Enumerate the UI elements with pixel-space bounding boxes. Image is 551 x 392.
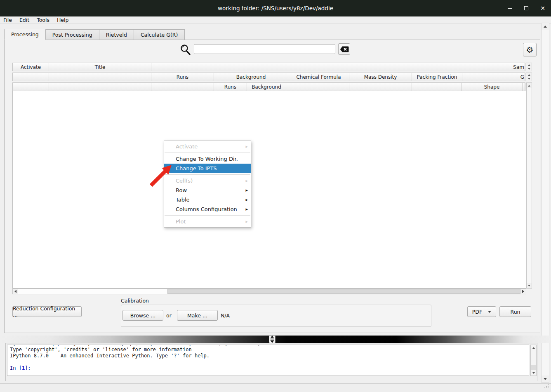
header-shape[interactable]: Shape <box>462 83 523 91</box>
menu-help[interactable]: Help <box>57 17 73 23</box>
context-item-row[interactable]: Row ▸ <box>164 185 251 195</box>
pdf-combobox-value: PDF <box>472 309 482 315</box>
menu-item-label: Change To Working Dir. <box>176 156 238 162</box>
submenu-arrow-icon: ▸ <box>245 207 248 212</box>
header-empty[interactable] <box>349 83 412 91</box>
down-arrow-icon <box>528 285 530 286</box>
menu-separator <box>165 153 250 153</box>
table-horizontal-scrollbar[interactable] <box>12 289 526 294</box>
up-arrow-icon <box>544 26 547 28</box>
header-empty[interactable] <box>13 83 49 91</box>
console-text: Python 3.10.8 | packaged by conda-forge … <box>10 345 260 371</box>
header-empty[interactable] <box>49 83 151 91</box>
header-background[interactable]: Background <box>247 83 286 91</box>
context-item-plot[interactable]: Plot ▸ <box>164 217 251 226</box>
header-empty[interactable] <box>412 83 462 91</box>
resize-grip[interactable] <box>544 383 549 391</box>
scroll-right-button[interactable] <box>520 289 526 294</box>
header-empty[interactable] <box>286 83 349 91</box>
scroll-down-button[interactable] <box>531 370 536 376</box>
context-item-activate[interactable]: Activate ▸ <box>164 142 251 151</box>
scroll-down-button[interactable] <box>527 283 532 288</box>
splitter-handle-icon <box>270 335 275 343</box>
up-arrow-icon <box>528 64 530 66</box>
left-arrow-icon <box>14 290 16 293</box>
header-g-clipped[interactable]: G <box>462 73 525 81</box>
context-item-change-to-ipts[interactable]: Change To IPTS <box>164 164 251 173</box>
minimize-button[interactable] <box>506 5 513 12</box>
tab-calculate-gr[interactable]: Calculate G(R) <box>134 29 185 40</box>
header-packing-fraction[interactable]: Packing Fraction <box>412 73 462 81</box>
mini-down-button[interactable] <box>526 67 532 71</box>
make-button[interactable]: Make ... <box>177 310 218 321</box>
menu-bar: File Edit Tools Help <box>0 16 551 24</box>
scroll-up-button[interactable] <box>531 345 536 350</box>
up-arrow-icon <box>528 74 530 76</box>
table-vertical-scrollbar[interactable] <box>526 82 532 289</box>
tab-processing[interactable]: Processing <box>4 29 46 40</box>
ipython-console-frame: Python 3.10.8 | packaged by conda-forge … <box>5 343 537 381</box>
header-empty[interactable] <box>49 73 151 81</box>
context-item-table[interactable]: Table ▸ <box>164 195 251 204</box>
header-runs[interactable]: Runs <box>214 83 247 91</box>
menu-item-label: Columns Configuration <box>176 206 237 212</box>
context-item-change-to-working-dir[interactable]: Change To Working Dir. <box>164 154 251 164</box>
header-empty[interactable] <box>523 83 525 91</box>
header-empty[interactable] <box>151 83 214 91</box>
console-scroll-thumb[interactable] <box>531 365 536 370</box>
annotation-arrow <box>147 162 176 192</box>
scroll-up-button[interactable] <box>542 23 549 30</box>
search-input[interactable] <box>194 44 335 54</box>
header-empty[interactable] <box>13 73 49 81</box>
splitter-bar[interactable] <box>0 336 551 343</box>
scroll-up-button[interactable] <box>527 83 532 88</box>
submenu-arrow-icon: ▸ <box>245 188 248 193</box>
clear-search-button[interactable] <box>338 43 350 55</box>
header-background[interactable]: Background <box>214 73 288 81</box>
submenu-arrow-icon: ▸ <box>245 197 248 202</box>
scroll-down-button[interactable] <box>542 376 549 382</box>
header-title[interactable]: Title <box>49 63 151 71</box>
menu-item-label: Activate <box>176 143 198 150</box>
splitter-handle[interactable] <box>269 335 276 343</box>
reduction-configuration-button[interactable]: Reduction Configuration ... <box>12 306 82 317</box>
menu-tools[interactable]: Tools <box>37 17 53 23</box>
context-item-cells[interactable]: Cell(s) ▸ <box>164 176 251 185</box>
header-activate[interactable]: Activate <box>13 63 49 71</box>
close-button[interactable]: ✕ <box>539 5 546 12</box>
menu-file[interactable]: File <box>3 17 16 23</box>
pdf-combobox[interactable]: PDF <box>467 306 496 317</box>
context-item-columns-configuration[interactable]: Columns Configuration ▸ <box>164 204 251 214</box>
status-strip <box>0 383 551 392</box>
tab-post-processing[interactable]: Post Processing <box>46 29 99 40</box>
console-vertical-scrollbar[interactable] <box>530 345 537 376</box>
submenu-arrow-icon: ▸ <box>245 178 248 183</box>
hscroll-thumb[interactable] <box>167 289 520 294</box>
scroll-left-button[interactable] <box>13 289 18 294</box>
header-sample-clipped[interactable]: Sam <box>151 63 525 71</box>
mini-up-button[interactable] <box>526 63 532 67</box>
prompt-suffix: ]: <box>25 365 31 371</box>
settings-button[interactable]: ⚙ <box>523 43 537 56</box>
maximize-button[interactable] <box>523 5 530 12</box>
ipython-console[interactable]: Python 3.10.8 | packaged by conda-forge … <box>7 345 529 376</box>
calibration-status-label: N/A <box>221 312 230 319</box>
header-mass-density[interactable]: Mass Density <box>349 73 412 81</box>
calibration-legend: Calibration <box>121 298 149 304</box>
menu-item-label: Table <box>176 197 190 203</box>
mini-down-button[interactable] <box>526 77 532 81</box>
sample-table-body[interactable] <box>12 91 526 289</box>
search-icon <box>180 44 191 58</box>
tab-rietveld[interactable]: Rietveld <box>99 29 134 40</box>
header1-mini-scrollbar[interactable] <box>526 63 532 71</box>
console-banner-line: Python 3.10.8 | packaged by conda-forge … <box>10 345 260 346</box>
header2-mini-scrollbar[interactable] <box>526 73 532 81</box>
window-vertical-scrollbar[interactable] <box>541 23 549 383</box>
mini-up-button[interactable] <box>526 73 532 77</box>
browse-button[interactable]: Browse ... <box>122 310 163 321</box>
down-arrow-icon <box>528 68 530 70</box>
menu-edit[interactable]: Edit <box>19 17 33 23</box>
header-chemical-formula[interactable]: Chemical Formula <box>288 73 349 81</box>
header-runs[interactable]: Runs <box>151 73 214 81</box>
run-button[interactable]: Run <box>499 306 531 317</box>
